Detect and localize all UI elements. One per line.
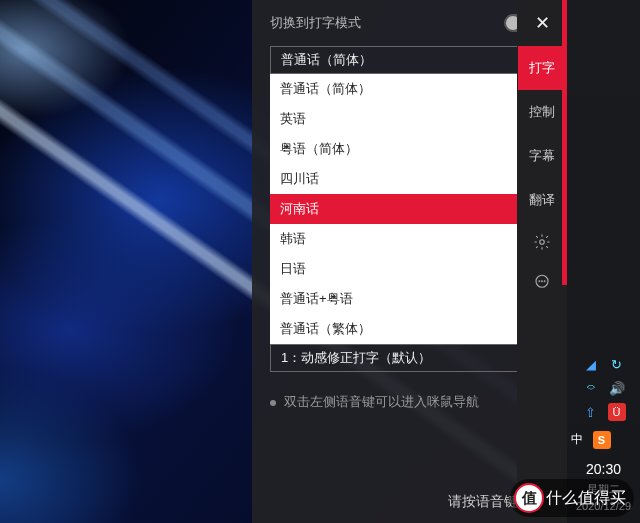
language-option[interactable]: 粤语（简体）: [270, 134, 544, 164]
app-sidebar: ✕ 打字 控制 字幕 翻译: [517, 0, 567, 523]
upload-icon[interactable]: ⇧: [582, 403, 600, 421]
sogou-ime-icon[interactable]: S: [593, 431, 611, 449]
tab-typing[interactable]: 打字: [518, 46, 566, 90]
settings-button[interactable]: [518, 222, 566, 262]
language-select-value: 普通话（简体）: [281, 51, 372, 69]
tab-subtitle[interactable]: 字幕: [518, 134, 566, 178]
tray-sync-icon[interactable]: ↻: [608, 355, 626, 373]
svg-point-0: [540, 240, 545, 245]
tray-app-icon[interactable]: ◢: [582, 355, 600, 373]
svg-point-4: [544, 281, 545, 282]
close-icon: ✕: [535, 12, 550, 34]
language-option[interactable]: 普通话（繁体）: [270, 314, 544, 344]
language-option[interactable]: 普通话（简体）: [270, 74, 544, 104]
gear-icon: [533, 233, 551, 251]
chat-button[interactable]: [518, 262, 566, 302]
wifi-icon[interactable]: ⌔: [582, 379, 600, 397]
mode-select-value: 1：动感修正打字（默认）: [281, 349, 431, 367]
language-select[interactable]: 普通话（简体） ▽: [270, 46, 544, 74]
watermark-text: 什么值得买: [546, 488, 626, 509]
windows-taskbar: ◢ ↻ ⌔ 🔊 ⇧ Ü 中 S 20:30 星期二 2020/12/29: [567, 0, 640, 523]
mode-select[interactable]: 1：动感修正打字（默认） ▽: [270, 344, 544, 372]
ime-indicator[interactable]: 中: [571, 431, 583, 449]
language-dropdown: 普通话（简体） 英语 粤语（简体） 四川话 河南话 韩语 日语 普通话+粤语 普…: [270, 74, 544, 344]
security-icon[interactable]: Ü: [608, 403, 626, 421]
chat-icon: [533, 273, 551, 291]
language-option[interactable]: 日语: [270, 254, 544, 284]
svg-point-3: [542, 281, 543, 282]
language-option[interactable]: 四川话: [270, 164, 544, 194]
bullet-icon: [270, 400, 276, 406]
close-button[interactable]: ✕: [518, 0, 566, 46]
language-option[interactable]: 韩语: [270, 224, 544, 254]
tab-translate[interactable]: 翻译: [518, 178, 566, 222]
clock-time: 20:30: [576, 459, 631, 481]
language-option[interactable]: 河南话: [270, 194, 544, 224]
watermark: 值 什么值得买: [510, 479, 634, 517]
volume-icon[interactable]: 🔊: [608, 379, 626, 397]
hint-text: 双击左侧语音键可以进入咪鼠导航: [284, 394, 479, 411]
language-option[interactable]: 英语: [270, 104, 544, 134]
language-option[interactable]: 普通话+粤语: [270, 284, 544, 314]
svg-point-2: [539, 281, 540, 282]
panel-title: 切换到打字模式: [270, 14, 361, 32]
watermark-badge: 值: [514, 483, 544, 513]
tab-control[interactable]: 控制: [518, 90, 566, 134]
voice-settings-panel: 切换到打字模式 普通话（简体） ▽ 普通话（简体） 英语 粤语（简体） 四川话 …: [252, 0, 562, 523]
system-tray[interactable]: ◢ ↻ ⌔ 🔊 ⇧ Ü: [572, 349, 636, 425]
